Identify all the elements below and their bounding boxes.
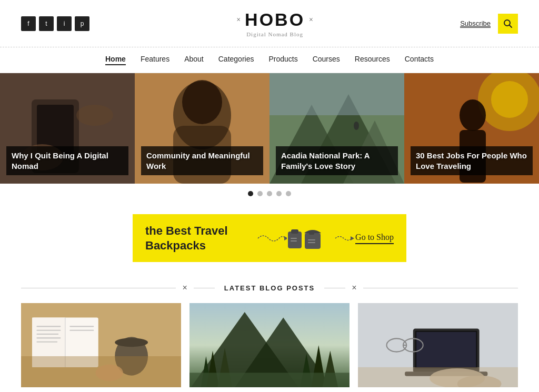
svg-rect-42: [69, 330, 94, 331]
social-icons: f t i p: [21, 16, 89, 31]
blog-grid: [0, 303, 539, 387]
logo: × HOBO × Digital Nomad Blog: [236, 9, 313, 37]
banner-cta[interactable]: Go to Shop: [355, 233, 394, 244]
header-right: Subscribe: [460, 14, 518, 34]
search-icon: [503, 19, 513, 28]
nav-home[interactable]: Home: [105, 55, 126, 65]
backpacks-icon: [287, 225, 334, 252]
section-title: LATEST BLOG POSTS: [215, 284, 324, 292]
logo-x-right: ×: [309, 16, 313, 24]
svg-rect-25: [291, 238, 297, 239]
blog-img-3-svg: [358, 303, 518, 387]
section-line-left: [21, 288, 176, 288]
slide-4[interactable]: 30 Best Jobs For People Who Love Traveli…: [404, 73, 539, 184]
logo-text: HOBO: [245, 9, 305, 30]
slide-1-title: Why I Quit Being A Digital Nomad: [6, 146, 128, 175]
nav-features[interactable]: Features: [141, 55, 169, 65]
svg-rect-36: [36, 326, 61, 327]
svg-marker-31: [351, 236, 354, 240]
main-nav: Home Features About Categories Products …: [0, 47, 539, 73]
svg-rect-56: [189, 373, 350, 387]
svg-rect-41: [69, 326, 94, 327]
svg-rect-37: [36, 330, 61, 331]
section-line-inner-left: [194, 288, 215, 288]
blog-card-1-image: [21, 303, 181, 387]
logo-subtitle: Digital Nomad Blog: [236, 31, 313, 37]
nav-contacts[interactable]: Contacts: [405, 55, 434, 65]
svg-rect-26: [291, 240, 297, 242]
section-x-right: ×: [345, 283, 363, 293]
slide-2-title: Community and Meaningful Work: [141, 146, 263, 175]
dot-5[interactable]: [286, 191, 291, 196]
nav-about[interactable]: About: [184, 55, 204, 65]
banner-text: the Best Travel Backpacks: [145, 224, 255, 253]
section-header: × LATEST BLOG POSTS ×: [21, 283, 518, 293]
blog-img-1-svg: [21, 303, 181, 387]
slide-4-title: 30 Best Jobs For People Who Love Traveli…: [411, 146, 533, 175]
svg-rect-46: [21, 356, 181, 387]
facebook-icon[interactable]: f: [21, 16, 36, 31]
subscribe-link[interactable]: Subscribe: [460, 19, 491, 28]
promo-banner[interactable]: the Best Travel Backpacks Go to Shop: [133, 214, 406, 262]
svg-rect-30: [309, 230, 314, 235]
svg-line-1: [510, 25, 512, 27]
header: f t i p × HOBO × Digital Nomad Blog Subs…: [0, 0, 539, 47]
dot-4[interactable]: [276, 191, 282, 196]
section-line-inner-right: [324, 288, 345, 288]
search-button[interactable]: [498, 14, 518, 34]
nav-categories[interactable]: Categories: [218, 55, 254, 65]
blog-card-3-image: [358, 303, 518, 387]
svg-rect-68: [358, 367, 518, 387]
blog-card-3[interactable]: [358, 303, 518, 387]
twitter-icon[interactable]: t: [39, 16, 54, 31]
nav-resources[interactable]: Resources: [355, 55, 390, 65]
svg-rect-61: [416, 332, 476, 367]
banner-arrow-icon: [334, 233, 355, 244]
blog-card-1[interactable]: [21, 303, 181, 387]
svg-rect-38: [36, 334, 58, 335]
dot-2[interactable]: [257, 191, 263, 196]
instagram-icon[interactable]: i: [57, 16, 72, 31]
svg-rect-39: [36, 337, 61, 338]
svg-point-44: [115, 338, 148, 347]
blog-card-2[interactable]: [189, 303, 350, 387]
dot-1[interactable]: [248, 191, 253, 196]
svg-rect-28: [308, 239, 315, 240]
section-line-right: [363, 288, 518, 288]
svg-rect-29: [308, 242, 315, 243]
logo-x-left: ×: [236, 16, 241, 24]
svg-rect-23: [288, 232, 302, 248]
svg-rect-27: [305, 233, 321, 249]
svg-rect-40: [36, 341, 57, 343]
banner-wrapper: the Best Travel Backpacks Go to Shop: [0, 209, 539, 267]
slide-1[interactable]: Why I Quit Being A Digital Nomad: [0, 73, 135, 184]
slide-3-title: Acadia National Park: A Family's Love St…: [276, 146, 398, 175]
nav-courses[interactable]: Courses: [313, 55, 340, 65]
svg-rect-24: [291, 229, 298, 234]
section-x-left: ×: [176, 283, 193, 293]
banner-dashes-icon: [255, 230, 287, 246]
slide-3[interactable]: Acadia National Park: A Family's Love St…: [270, 73, 404, 184]
blog-img-2-svg: [189, 303, 350, 387]
nav-products[interactable]: Products: [268, 55, 297, 65]
dot-3[interactable]: [267, 191, 272, 196]
pinterest-icon[interactable]: p: [75, 16, 89, 31]
blog-card-2-image: [189, 303, 350, 387]
slide-2[interactable]: Community and Meaningful Work: [135, 73, 270, 184]
slider-dots: [0, 184, 539, 204]
hero-slider: Why I Quit Being A Digital Nomad Communi…: [0, 73, 539, 184]
